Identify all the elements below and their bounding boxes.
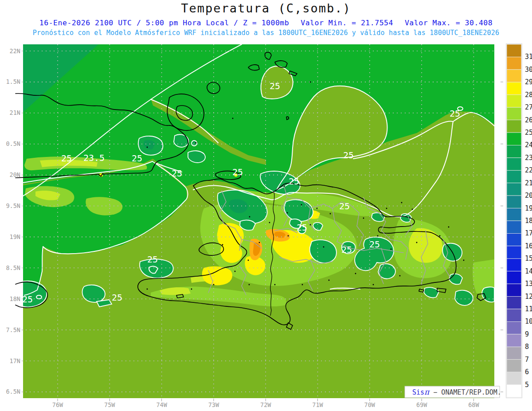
map-speck xyxy=(284,186,285,187)
x-axis-label: 69W xyxy=(416,401,427,408)
y-axis-label: 19N xyxy=(10,233,20,240)
map-speck xyxy=(213,284,215,286)
branding-org: − ONAMET/REP.DOM. xyxy=(429,388,501,396)
x-axis-label: 72W xyxy=(260,401,271,408)
map-speck xyxy=(249,216,250,218)
map-speck xyxy=(191,289,192,290)
map-speck xyxy=(196,142,197,144)
map-speck xyxy=(373,284,374,286)
contour-label: 25 xyxy=(339,201,350,211)
y-axis-label: 6.5N xyxy=(6,388,20,395)
map-speck xyxy=(287,212,288,214)
x-axis-label: 68W xyxy=(468,401,479,408)
colorbar-tick-label: 26 xyxy=(525,116,532,124)
colorbar-tick-label: 8 xyxy=(525,343,529,351)
y-axis-label: 22N xyxy=(10,47,20,55)
x-axis-label: 70W xyxy=(364,401,376,408)
contour-label: 25 xyxy=(343,150,354,160)
map-speck xyxy=(448,227,450,228)
colorbar-tick-label: 12 xyxy=(525,293,532,301)
colorbar-band xyxy=(507,158,521,170)
map-speck xyxy=(329,280,330,281)
map-speck xyxy=(301,204,302,206)
map-speck xyxy=(317,208,318,209)
colorbar-band xyxy=(507,208,521,221)
contour-label: 25 xyxy=(369,239,380,250)
y-axis-label: 20N xyxy=(10,171,20,178)
colorbar-band xyxy=(507,170,521,183)
map-speck xyxy=(439,235,441,237)
x-axis-label: 75W xyxy=(104,401,115,408)
colorbar-band xyxy=(507,107,521,120)
colorbar-band xyxy=(507,309,521,321)
contour-label: 25 xyxy=(289,176,299,187)
colorbar-tick-label: 5 xyxy=(525,381,529,389)
colorbar-band xyxy=(507,334,521,347)
colorbar-tick-label: 31 xyxy=(525,53,532,61)
colorbar-tick-label: 6 xyxy=(525,368,529,376)
map-speck xyxy=(355,273,356,274)
map-speck xyxy=(102,173,104,175)
map-speck xyxy=(310,224,311,226)
colorbar-tick-label: 30 xyxy=(525,66,532,74)
colorbar-tick-label: 24 xyxy=(525,141,532,149)
colorbar-tick-label: 19 xyxy=(525,204,532,212)
map-speck xyxy=(416,242,418,243)
colorbar-band xyxy=(507,44,521,57)
colorbar-tick-label: 16 xyxy=(525,242,532,250)
x-axis-label: 74W xyxy=(156,401,167,408)
colorbar-band xyxy=(507,145,521,157)
x-axis-label: 71W xyxy=(312,401,323,408)
colorbar-band xyxy=(507,372,521,384)
map-speck xyxy=(302,284,303,286)
map-speck xyxy=(259,242,260,243)
map-speck xyxy=(222,244,223,246)
map-speck xyxy=(248,260,249,261)
colorbar-band xyxy=(507,233,521,246)
colorbar-band xyxy=(507,347,521,359)
svg-text:Sisπ − ONAMET/REP.DOM.: Sisπ − ONAMET/REP.DOM. xyxy=(412,388,501,396)
colorbar-band xyxy=(507,57,521,69)
map-speck xyxy=(363,218,364,219)
colorbar-band xyxy=(507,385,521,397)
map-speck xyxy=(323,247,325,248)
map-speck xyxy=(399,275,401,277)
map-speck xyxy=(147,147,148,148)
colorbar-band xyxy=(507,133,521,145)
y-axis-label: 7.5N xyxy=(6,326,20,333)
map-speck xyxy=(386,208,387,209)
x-axis-label: 76W xyxy=(52,401,63,408)
colorbar-band xyxy=(507,120,521,133)
map-speck xyxy=(235,271,236,272)
contour-label: 25 xyxy=(341,244,352,255)
colorbar-band xyxy=(507,82,521,94)
colorbar-tick-label: 11 xyxy=(525,305,532,313)
colorbar-tick-label: 28 xyxy=(525,91,532,99)
colorbar-band xyxy=(507,246,521,258)
colorbar-band xyxy=(507,284,521,296)
colorbar-tick-label: 17 xyxy=(525,229,532,237)
map-speck xyxy=(147,289,148,290)
map-speck xyxy=(310,82,311,83)
map-speck xyxy=(412,209,413,210)
map-speck xyxy=(274,284,276,286)
contour-label: 25 xyxy=(270,81,280,91)
temperature-map: 2523.52525252525252525252525252525 22N1.… xyxy=(0,0,532,411)
colorbar-band xyxy=(507,70,521,82)
colorbar-tick-label: 20 xyxy=(525,192,532,200)
weather-map-page: Temperatura (C,somb.) 16-Ene-2026 2100 U… xyxy=(0,0,532,411)
y-axis-label: 21N xyxy=(10,109,20,116)
colorbar-band xyxy=(507,196,521,208)
map-speck xyxy=(377,235,379,237)
y-axis-label: 1.5N xyxy=(6,78,20,85)
contour-label: 25 xyxy=(132,153,142,164)
map-speck xyxy=(249,284,250,286)
colorbar-tick-label: 27 xyxy=(525,103,532,111)
colorbar-tick-label: 18 xyxy=(525,217,532,225)
colorbar-tick-label: 25 xyxy=(525,129,532,137)
contour-label: 25 xyxy=(297,222,307,233)
map-speck xyxy=(330,213,331,215)
colorbar-tick-label: 22 xyxy=(525,166,532,174)
contour-label: 25 xyxy=(450,108,460,119)
y-axis-label: 17N xyxy=(10,357,20,364)
